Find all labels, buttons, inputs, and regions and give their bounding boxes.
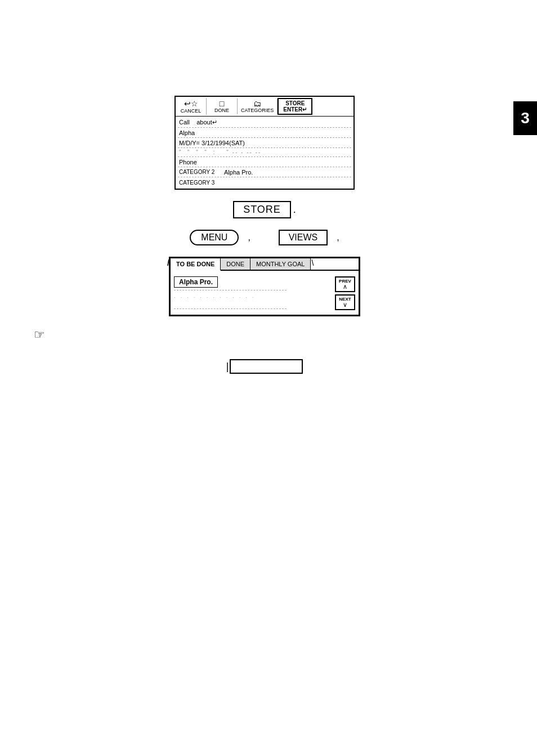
screen2-content: Alpha Pro. . . . . . . . . . . . . . xyxy=(174,276,332,311)
cancel-button[interactable]: ↩☆ CANCEL xyxy=(176,98,207,115)
screen1-row-cat2: CATEGORY 2 Alpha Pro. xyxy=(178,167,351,177)
slash-right-icon: \ xyxy=(312,258,314,267)
done-button[interactable]: □ DONE xyxy=(207,99,238,114)
alpha-value: Alpha xyxy=(179,129,195,136)
screen1-row-dots: " " " " : " -- - -- -- xyxy=(178,148,351,157)
finger-icon: ☞ xyxy=(34,328,45,342)
screen1-wrapper: ↩☆ CANCEL □ DONE 🗂 CATEGORIES STORE xyxy=(34,96,495,190)
tab-done-label: DONE xyxy=(226,261,244,267)
dots-text: " " " " : " -- - -- -- xyxy=(179,149,261,155)
screen2-tabs: / TO BE DONE DONE MONTHLY GOAL \ xyxy=(171,258,359,271)
next-arrow-icon: ∨ xyxy=(343,302,347,308)
done-label: DONE xyxy=(214,108,229,113)
finger-icon-row: ☞ xyxy=(34,328,495,342)
enter-icon: ENTER↵ xyxy=(283,106,307,113)
screen1-body: Call about↵ Alpha M/D/Y= 3/12/1994(SAT) … xyxy=(176,117,353,189)
bottom-pipe: | xyxy=(226,361,229,373)
call-value: Call about↵ xyxy=(179,119,217,126)
tab-monthly-goal[interactable]: MONTHLY GOAL \ xyxy=(250,258,311,270)
screen2-nav: PREV ∧ NEXT ∨ xyxy=(335,276,355,310)
screen1-row-alpha: Alpha xyxy=(178,128,351,138)
store-period: . xyxy=(293,204,296,216)
screen1-row-phone: Phone xyxy=(178,157,351,167)
comma1: , xyxy=(248,232,250,243)
screen2-empty-row xyxy=(174,301,287,309)
cat2-value: Alpha Pro. xyxy=(224,169,253,176)
chapter-number: 3 xyxy=(521,109,530,127)
screen1-row-cat3: CATEGORY 3 xyxy=(178,177,351,187)
store-button[interactable]: STORE ENTER↵ xyxy=(278,98,312,115)
categories-button[interactable]: 🗂 CATEGORIES xyxy=(238,99,278,114)
bottom-input-wrapper: | xyxy=(34,359,495,374)
cancel-icon: ↩☆ xyxy=(184,99,198,108)
cat2-label: CATEGORY 2 xyxy=(179,169,224,175)
views-button[interactable]: VIEWS xyxy=(279,230,328,245)
done-icon: □ xyxy=(220,100,224,108)
screen1-toolbar: ↩☆ CANCEL □ DONE 🗂 CATEGORIES STORE xyxy=(176,97,353,117)
tab-to-be-done[interactable]: / TO BE DONE xyxy=(171,258,221,271)
tab-to-be-done-label: TO BE DONE xyxy=(176,261,214,267)
prev-arrow-icon: ∧ xyxy=(343,284,347,290)
bottom-input-line: | xyxy=(226,359,303,374)
alpha-pro-box: Alpha Pro. xyxy=(174,276,218,288)
tab-monthly-goal-label: MONTHLY GOAL xyxy=(256,261,305,267)
comma2: , xyxy=(337,232,339,243)
next-button[interactable]: NEXT ∨ xyxy=(335,294,355,310)
store-box[interactable]: STORE xyxy=(233,201,291,218)
bottom-input-box[interactable] xyxy=(230,359,303,374)
screen1: ↩☆ CANCEL □ DONE 🗂 CATEGORIES STORE xyxy=(174,96,355,190)
screen2-dashed-line-1 xyxy=(174,290,287,290)
tab-done[interactable]: DONE xyxy=(221,258,250,270)
phone-value: Phone xyxy=(179,159,197,165)
prev-button[interactable]: PREV ∧ xyxy=(335,276,355,292)
chapter-tab: 3 xyxy=(513,101,537,135)
screen2-wrapper: / TO BE DONE DONE MONTHLY GOAL \ Alpha P… xyxy=(34,257,495,316)
menu-views-line: MENU , VIEWS , xyxy=(34,230,495,245)
categories-icon: 🗂 xyxy=(253,100,261,108)
screen1-row-call: Call about↵ xyxy=(178,118,351,128)
date-value: M/D/Y= 3/12/1994(SAT) xyxy=(179,140,245,146)
menu-button[interactable]: MENU xyxy=(190,230,239,245)
store-label-area: STORE . xyxy=(34,201,495,218)
screen1-row-date: M/D/Y= 3/12/1994(SAT) xyxy=(178,138,351,148)
categories-label: CATEGORIES xyxy=(241,108,274,113)
alpha-pro-entry: Alpha Pro. xyxy=(174,276,332,288)
cat3-label: CATEGORY 3 xyxy=(179,180,224,186)
screen2: / TO BE DONE DONE MONTHLY GOAL \ Alpha P… xyxy=(169,257,360,316)
store-toolbar-label: STORE xyxy=(285,100,305,106)
slash-left-icon: / xyxy=(167,258,169,267)
screen2-body: Alpha Pro. . . . . . . . . . . . . . PRE… xyxy=(171,271,359,315)
cancel-label: CANCEL xyxy=(181,108,202,114)
screen2-dots: . . . . . . . . . . . . . xyxy=(174,293,332,299)
